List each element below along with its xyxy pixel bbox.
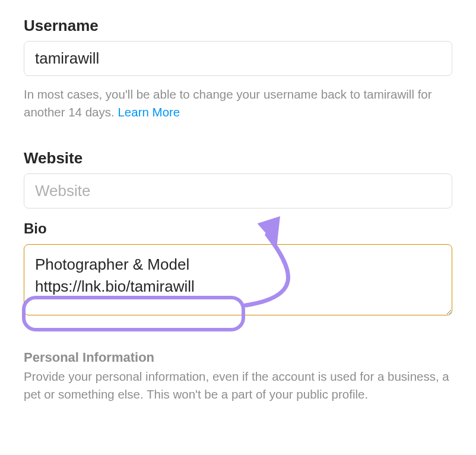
username-help-prefix: In most cases, you'll be able to change …	[24, 87, 432, 119]
personal-info-heading: Personal Information	[24, 350, 452, 365]
username-input[interactable]	[24, 41, 452, 76]
learn-more-link[interactable]: Learn More	[118, 105, 180, 119]
website-label: Website	[24, 149, 452, 168]
personal-info-section: Personal Information Provide your person…	[24, 350, 452, 403]
username-field-group: Username In most cases, you'll be able t…	[24, 17, 452, 121]
bio-textarea[interactable]	[24, 244, 452, 315]
personal-info-body: Provide your personal information, even …	[24, 368, 452, 403]
bio-label: Bio	[24, 220, 452, 237]
bio-field-group: Bio	[24, 220, 452, 318]
username-label: Username	[24, 17, 452, 35]
username-help-text: In most cases, you'll be able to change …	[24, 86, 452, 121]
website-field-group: Website	[24, 149, 452, 208]
website-input[interactable]	[24, 173, 452, 208]
